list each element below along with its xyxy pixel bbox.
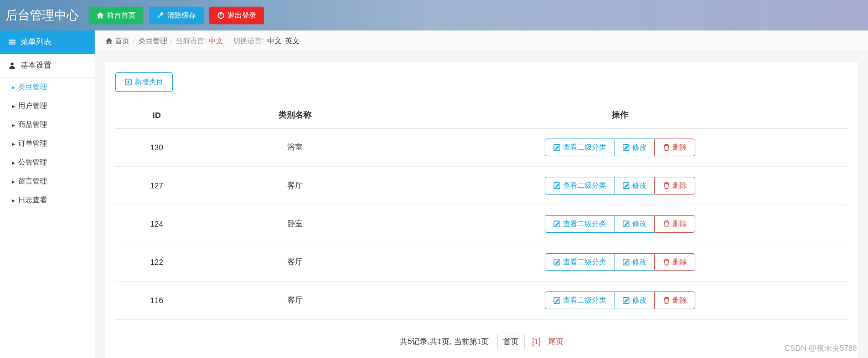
main-area: 首页 / 类目管理 / 当前语言: 中文 切换语言: 中文 英文 新增类目 ID… xyxy=(95,30,868,358)
caret-right-icon: ▸ xyxy=(12,103,15,109)
edit-icon xyxy=(553,182,561,190)
app-title: 后台管理中心 xyxy=(6,7,79,24)
svg-rect-2 xyxy=(9,40,16,41)
cell-ops: 查看二级分类修改删除 xyxy=(392,243,848,282)
pagination-last[interactable]: 尾页 xyxy=(548,337,564,346)
svg-rect-3 xyxy=(9,42,16,43)
cell-id: 127 xyxy=(115,167,198,205)
sidebar-item-1[interactable]: ▸用户管理 xyxy=(0,96,95,115)
plus-square-icon xyxy=(125,78,132,86)
clear-cache-label: 清除缓存 xyxy=(167,11,196,21)
lang-value: 中文 xyxy=(209,36,223,46)
breadcrumb-sep: / xyxy=(133,37,135,45)
pagination-first[interactable]: 首页 xyxy=(497,334,525,350)
pagination-current: [1] xyxy=(532,337,541,346)
add-category-button[interactable]: 新增类目 xyxy=(115,72,173,92)
table-row: 122客厅查看二级分类修改删除 xyxy=(115,243,848,282)
edit-button[interactable]: 修改 xyxy=(614,139,654,156)
view-subcategory-button[interactable]: 查看二级分类 xyxy=(545,253,614,271)
lang-label: 当前语言: xyxy=(175,36,206,46)
cell-ops: 查看二级分类修改删除 xyxy=(392,282,848,320)
breadcrumb: 首页 / 类目管理 / 当前语言: 中文 切换语言: 中文 英文 xyxy=(95,30,868,52)
cell-id: 122 xyxy=(115,243,198,282)
svg-point-5 xyxy=(11,63,13,65)
cell-name: 客厅 xyxy=(198,167,392,205)
lang-link-en[interactable]: 英文 xyxy=(285,36,299,46)
sidebar-menu-header: 菜单列表 xyxy=(0,30,95,54)
edit-icon xyxy=(553,296,561,304)
wrench-icon xyxy=(157,12,164,19)
category-table: ID 类别名称 操作 130浴室查看二级分类修改删除127客厅查看二级分类修改删… xyxy=(115,102,848,320)
delete-button[interactable]: 删除 xyxy=(654,215,695,233)
edit-icon xyxy=(622,258,630,266)
cell-name: 浴室 xyxy=(198,129,392,167)
content-panel: 新增类目 ID 类别名称 操作 130浴室查看二级分类修改删除127客厅查看二级… xyxy=(105,62,858,358)
th-id: ID xyxy=(115,102,198,129)
sidebar-section-label: 基本设置 xyxy=(20,60,51,70)
sidebar-item-label: 类目管理 xyxy=(18,82,47,92)
trash-icon xyxy=(663,182,670,190)
lang-link-zh[interactable]: 中文 xyxy=(267,36,282,46)
pagination-info: 共5记录,共1页, 当前第1页 xyxy=(400,337,489,346)
delete-button[interactable]: 删除 xyxy=(654,139,695,156)
th-ops: 操作 xyxy=(392,102,848,129)
sidebar-item-label: 商品管理 xyxy=(18,120,47,130)
view-subcategory-button[interactable]: 查看二级分类 xyxy=(545,291,614,309)
view-subcategory-button[interactable]: 查看二级分类 xyxy=(545,215,614,233)
sidebar-item-6[interactable]: ▸日志查看 xyxy=(0,191,95,209)
sidebar: 菜单列表 基本设置 ▸类目管理▸用户管理▸商品管理▸订单管理▸公告管理▸留言管理… xyxy=(0,30,95,358)
edit-button[interactable]: 修改 xyxy=(614,253,654,271)
breadcrumb-current[interactable]: 类目管理 xyxy=(138,36,167,46)
clear-cache-button[interactable]: 清除缓存 xyxy=(149,7,204,24)
sidebar-item-3[interactable]: ▸订单管理 xyxy=(0,134,95,153)
caret-right-icon: ▸ xyxy=(12,160,15,166)
delete-button[interactable]: 删除 xyxy=(654,253,695,271)
sidebar-item-4[interactable]: ▸公告管理 xyxy=(0,153,95,172)
th-name: 类别名称 xyxy=(198,102,392,129)
logout-button[interactable]: 退出登录 xyxy=(209,7,264,24)
edit-icon xyxy=(622,182,630,190)
switch-lang-label: 切换语言: xyxy=(233,36,264,46)
caret-right-icon: ▸ xyxy=(12,141,15,147)
header: 后台管理中心 前台首页 清除缓存 退出登录 xyxy=(0,0,868,30)
delete-button[interactable]: 删除 xyxy=(654,291,695,309)
sidebar-item-label: 订单管理 xyxy=(18,139,47,149)
cell-ops: 查看二级分类修改删除 xyxy=(392,205,848,243)
edit-icon xyxy=(622,144,630,151)
delete-button[interactable]: 删除 xyxy=(654,177,695,195)
home-icon xyxy=(105,37,113,45)
table-row: 116客厅查看二级分类修改删除 xyxy=(115,282,848,320)
sidebar-item-5[interactable]: ▸留言管理 xyxy=(0,172,95,191)
sidebar-item-label: 日志查看 xyxy=(18,195,47,205)
trash-icon xyxy=(663,296,670,304)
view-subcategory-button[interactable]: 查看二级分类 xyxy=(545,177,614,195)
view-subcategory-button[interactable]: 查看二级分类 xyxy=(545,139,614,156)
cell-id: 130 xyxy=(115,129,198,167)
edit-icon xyxy=(622,296,630,304)
breadcrumb-home[interactable]: 首页 xyxy=(115,36,130,46)
edit-button[interactable]: 修改 xyxy=(614,215,654,233)
sidebar-item-0[interactable]: ▸类目管理 xyxy=(0,78,95,96)
pagination: 共5记录,共1页, 当前第1页 首页 [1] 尾页 xyxy=(115,320,848,356)
edit-button[interactable]: 修改 xyxy=(614,177,654,195)
user-icon xyxy=(8,62,16,69)
sidebar-item-2[interactable]: ▸商品管理 xyxy=(0,115,95,134)
sidebar-item-label: 留言管理 xyxy=(18,176,47,186)
sidebar-item-label: 用户管理 xyxy=(18,101,47,111)
list-icon xyxy=(8,38,16,46)
watermark: CSDN @夜未央5788 xyxy=(784,344,857,354)
caret-right-icon: ▸ xyxy=(12,122,15,128)
edit-button[interactable]: 修改 xyxy=(614,291,654,309)
edit-icon xyxy=(622,220,630,228)
cell-id: 116 xyxy=(115,282,198,320)
sidebar-menu-header-label: 菜单列表 xyxy=(20,37,51,47)
cell-ops: 查看二级分类修改删除 xyxy=(392,129,848,167)
edit-icon xyxy=(553,258,561,266)
cell-name: 客厅 xyxy=(198,282,392,320)
trash-icon xyxy=(663,258,670,266)
cell-id: 124 xyxy=(115,205,198,243)
edit-icon xyxy=(553,220,561,228)
cell-name: 客厅 xyxy=(198,243,392,282)
sidebar-section[interactable]: 基本设置 xyxy=(0,54,95,78)
frontend-home-button[interactable]: 前台首页 xyxy=(89,7,143,24)
